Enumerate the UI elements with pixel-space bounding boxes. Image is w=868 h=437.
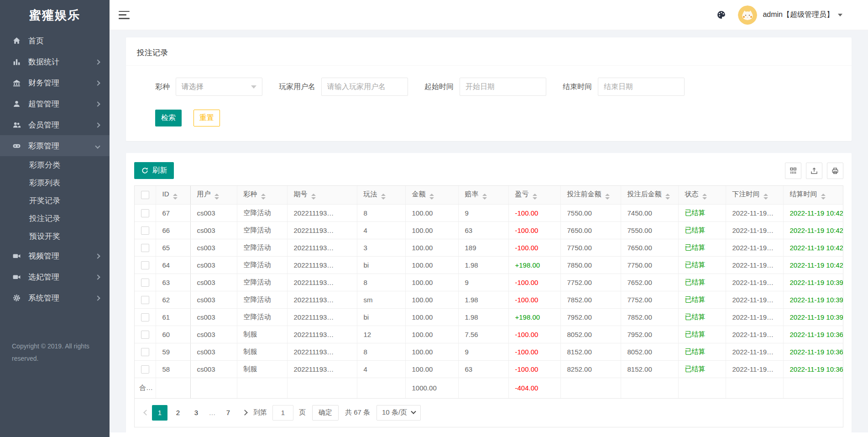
sidebar-item-home[interactable]: 首页 xyxy=(0,30,110,51)
cell-odds: 63 xyxy=(458,360,508,378)
columns-filter-button[interactable] xyxy=(785,163,801,179)
page-size-value: 10 条/页 xyxy=(382,408,407,417)
sidebar-item-finance[interactable]: 财务管理 xyxy=(0,72,110,93)
row-checkbox[interactable] xyxy=(141,348,149,356)
column-header-play[interactable]: 玩法 xyxy=(357,186,405,204)
print-button[interactable] xyxy=(827,163,843,179)
sidebar-item-system[interactable]: 系统管理 xyxy=(0,287,110,308)
cell-play: bi xyxy=(357,256,405,274)
sidebar-item-xuanfei[interactable]: 选妃管理 xyxy=(0,266,110,287)
avatar[interactable] xyxy=(738,5,757,25)
lottery-filter: 彩种 请选择 xyxy=(155,78,262,96)
sort-desc-icon[interactable] xyxy=(311,197,316,200)
sidebar-item-lottery-list[interactable]: 彩票列表 xyxy=(0,174,110,192)
column-header-before[interactable]: 投注前金额 xyxy=(560,186,621,204)
column-header-after[interactable]: 投注后金额 xyxy=(621,186,678,204)
sidebar-item-preset-draw[interactable]: 预设开奖 xyxy=(0,227,110,245)
refresh-button[interactable]: 刷新 xyxy=(134,162,174,179)
column-header-odds[interactable]: 赔率 xyxy=(458,186,508,204)
sort-asc-icon[interactable] xyxy=(311,194,316,196)
sidebar-item-lottery-category[interactable]: 彩票分类 xyxy=(0,156,110,174)
row-checkbox[interactable] xyxy=(141,209,149,217)
start-date-input[interactable] xyxy=(460,78,546,96)
sort-asc-icon[interactable] xyxy=(763,194,768,196)
sidebar-item-statistics[interactable]: 数据统计 xyxy=(0,51,110,72)
cell-settle_time: 2022-11-19 10:42 xyxy=(783,221,843,239)
pager-page-3[interactable]: 3 xyxy=(188,405,204,421)
page-size-select[interactable]: 10 条/页 xyxy=(376,405,421,421)
username-input[interactable] xyxy=(321,78,408,96)
row-checkbox[interactable] xyxy=(141,313,149,321)
end-date-input[interactable] xyxy=(598,78,685,96)
sidebar-item-members[interactable]: 会员管理 xyxy=(0,114,110,135)
cell-issue: 202211193… xyxy=(287,343,357,360)
username-label: 玩家用户名 xyxy=(279,82,315,92)
pager-next-button[interactable] xyxy=(239,405,251,421)
sort-asc-icon[interactable] xyxy=(261,194,266,196)
column-header-bet_time[interactable]: 下注时间 xyxy=(726,186,783,204)
row-checkbox[interactable] xyxy=(141,244,149,252)
row-checkbox[interactable] xyxy=(141,226,149,235)
sort-desc-icon[interactable] xyxy=(763,197,768,200)
sort-asc-icon[interactable] xyxy=(533,194,537,196)
column-header-profit[interactable]: 盈亏 xyxy=(508,186,560,204)
sort-desc-icon[interactable] xyxy=(605,197,610,200)
row-checkbox[interactable] xyxy=(141,279,149,287)
sidebar-item-superadmin[interactable]: 超管管理 xyxy=(0,93,110,114)
reset-button[interactable]: 重置 xyxy=(193,110,220,126)
sort-desc-icon[interactable] xyxy=(261,197,266,200)
sort-desc-icon[interactable] xyxy=(665,197,670,200)
export-button[interactable] xyxy=(806,163,822,179)
row-checkbox[interactable] xyxy=(141,365,149,374)
sidebar-item-lottery[interactable]: 彩票管理 xyxy=(0,135,110,156)
sort-desc-icon[interactable] xyxy=(214,197,219,200)
column-header-issue[interactable]: 期号 xyxy=(287,186,357,204)
pager-page-7[interactable]: 7 xyxy=(220,405,236,421)
sort-desc-icon[interactable] xyxy=(702,197,707,200)
sort-desc-icon[interactable] xyxy=(173,197,178,200)
row-checkbox[interactable] xyxy=(141,331,149,339)
home-icon xyxy=(12,36,21,45)
sidebar-item-video[interactable]: 视频管理 xyxy=(0,245,110,266)
column-header-amount[interactable]: 金额 xyxy=(405,186,458,204)
column-header-user[interactable]: 用户 xyxy=(190,186,237,204)
sort-asc-icon[interactable] xyxy=(665,194,670,196)
sort-asc-icon[interactable] xyxy=(381,194,386,196)
sort-asc-icon[interactable] xyxy=(429,194,434,196)
confirm-button[interactable]: 确定 xyxy=(312,405,339,421)
sort-desc-icon[interactable] xyxy=(381,197,386,200)
column-label: 状态 xyxy=(685,190,699,198)
search-button[interactable]: 检索 xyxy=(155,110,182,126)
cell-user: cs003 xyxy=(190,308,237,326)
sort-desc-icon[interactable] xyxy=(482,197,487,200)
sort-desc-icon[interactable] xyxy=(533,197,537,200)
sort-desc-icon[interactable] xyxy=(821,197,826,200)
column-header-lottery[interactable]: 彩种 xyxy=(237,186,287,204)
pager-prev-button[interactable] xyxy=(140,405,152,421)
row-checkbox[interactable] xyxy=(141,296,149,304)
pager-page-2[interactable]: 2 xyxy=(170,405,186,421)
row-checkbox[interactable] xyxy=(141,261,149,269)
pager-page-1[interactable]: 1 xyxy=(152,405,167,421)
sort-asc-icon[interactable] xyxy=(482,194,487,196)
column-header-id[interactable]: ID xyxy=(156,186,190,204)
column-header-status[interactable]: 状态 xyxy=(678,186,726,204)
sidebar-item-draw-records[interactable]: 开奖记录 xyxy=(0,192,110,210)
sort-asc-icon[interactable] xyxy=(605,194,610,196)
sort-asc-icon[interactable] xyxy=(214,194,219,196)
menu-toggle-icon[interactable] xyxy=(119,11,130,19)
sort-asc-icon[interactable] xyxy=(702,194,707,196)
admin-user-label[interactable]: admin【超级管理员】 xyxy=(763,10,834,20)
cell-issue: 202211193… xyxy=(287,221,357,239)
select-all-checkbox[interactable] xyxy=(141,191,149,199)
sidebar-item-bet-records[interactable]: 投注记录 xyxy=(0,210,110,227)
lottery-select[interactable]: 请选择 xyxy=(176,78,262,96)
sidebar-item-label: 视频管理 xyxy=(28,251,59,261)
sort-asc-icon[interactable] xyxy=(173,194,178,196)
sort-asc-icon[interactable] xyxy=(821,194,826,196)
cell-lottery: 空降活动 xyxy=(237,256,287,274)
goto-page-input[interactable] xyxy=(272,405,293,421)
column-header-settle_time[interactable]: 结算时间 xyxy=(783,186,843,204)
theme-palette-icon[interactable] xyxy=(716,10,726,20)
sort-desc-icon[interactable] xyxy=(429,197,434,200)
